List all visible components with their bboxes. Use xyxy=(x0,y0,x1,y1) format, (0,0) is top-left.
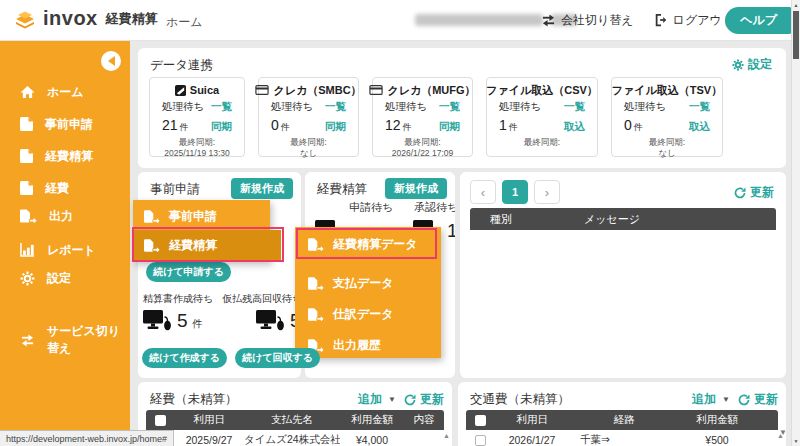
export-flyout-menu: 事前申請 経費精算 xyxy=(133,200,270,262)
pending-label: 処理待ち xyxy=(385,100,427,114)
export-icon xyxy=(144,210,160,223)
add-label: 追加 xyxy=(692,391,716,408)
sidebar-item-expense-settlement[interactable]: 経費精算 xyxy=(0,143,130,169)
sidebar-item-expense[interactable]: 経費 xyxy=(0,175,130,201)
logout-link[interactable]: ログアウト xyxy=(654,12,734,29)
credit-card-icon xyxy=(369,85,383,95)
sync-link[interactable]: 同期 xyxy=(325,120,346,134)
select-all-checkbox[interactable] xyxy=(475,415,486,426)
sidebar-item-report[interactable]: レポート xyxy=(0,237,130,263)
scroll-down-icon[interactable]: ▼ xyxy=(779,428,787,437)
column-date: 利用日 xyxy=(494,413,570,427)
last-sync-label: 最終同期: xyxy=(524,137,560,147)
app-header: invox 経費精算 ホーム 会社切り替え xyxy=(0,0,800,41)
last-sync-value: 2025/11/19 13:30 xyxy=(164,148,230,158)
panel-title: 経費（未精算） xyxy=(150,391,238,408)
card-file-import-csv: ファイル取込（CSV） 処理待ち一覧 1件取込 最終同期: xyxy=(486,77,598,157)
import-link[interactable]: 取込 xyxy=(689,120,710,134)
scrollbar-thumb[interactable] xyxy=(793,11,799,59)
add-link[interactable]: 追加▼ xyxy=(692,391,730,408)
select-all-checkbox[interactable] xyxy=(155,415,166,426)
new-pre-application-button[interactable]: 新規作成 xyxy=(231,178,293,199)
table-row[interactable]: 2026/1/27 千葉⇒ ¥500 xyxy=(466,430,778,446)
scroll-up-icon[interactable]: ▲ xyxy=(443,432,450,439)
sidebar-collapse-button[interactable] xyxy=(101,51,121,71)
sidebar-item-home[interactable]: ホーム xyxy=(0,79,130,105)
last-sync-value: 2026/1/22 17:09 xyxy=(392,148,453,158)
table-row[interactable]: 2025/9/27 タイムズ24株式会社 ¥4,000 xyxy=(146,430,444,446)
company-name-redacted xyxy=(415,14,543,26)
column-type: 種別 xyxy=(490,212,512,227)
sidebar-item-pre-application[interactable]: 事前申請 xyxy=(0,111,130,137)
row-checkbox[interactable] xyxy=(475,435,486,446)
menu-label: 仕訳データ xyxy=(333,306,394,323)
data-link-settings-link[interactable]: 設定 xyxy=(732,56,772,73)
pending-count: 0 xyxy=(624,117,632,133)
sidebar-item-settings[interactable]: 設定 xyxy=(0,265,130,291)
transport-table-refresh-link[interactable]: 更新 xyxy=(738,391,778,408)
invox-home-page: invox 経費精算 ホーム 会社切り替え xyxy=(0,0,800,446)
refresh-label: 更新 xyxy=(754,391,778,408)
list-link[interactable]: 一覧 xyxy=(439,100,460,114)
scrollbar-up-icon[interactable]: ▲ xyxy=(792,2,800,8)
export-icon xyxy=(308,308,324,321)
document-icon xyxy=(20,117,33,131)
menu-label: 経費精算 xyxy=(169,237,217,254)
import-link[interactable]: 取込 xyxy=(564,120,585,134)
continue-collect-button[interactable]: 続けて回収する xyxy=(235,348,320,368)
scrollbar-down-icon[interactable]: ▼ xyxy=(792,438,800,444)
notifications-refresh-link[interactable]: 更新 xyxy=(734,184,774,201)
add-link[interactable]: 追加▼ xyxy=(358,391,396,408)
submenu-item-journal-data[interactable]: 仕訳データ xyxy=(295,299,441,330)
data-link-cards: Suica 処理待ち一覧 21件同期 最終同期:2025/11/19 13:30… xyxy=(149,77,723,157)
sidebar-label: 経費精算 xyxy=(45,148,93,165)
bar-chart-icon xyxy=(20,243,35,257)
document-icon xyxy=(20,181,33,195)
list-link[interactable]: 一覧 xyxy=(325,100,346,114)
panel-title: 事前申請 xyxy=(150,181,200,198)
sidebar-item-service-switch[interactable]: サービス切り替え xyxy=(0,327,130,353)
sidebar-label: ホーム xyxy=(47,84,84,101)
count-unit: 件 xyxy=(509,122,518,132)
page-number-button[interactable]: 1 xyxy=(502,180,528,204)
column-amount: 利用金額 xyxy=(340,413,404,427)
sidebar-label: 設定 xyxy=(47,270,71,287)
page-next-button[interactable]: › xyxy=(534,180,560,204)
sidebar-label: 事前申請 xyxy=(45,116,93,133)
help-button[interactable]: ヘルプ xyxy=(725,7,792,34)
caret-down-icon: ▼ xyxy=(388,395,396,404)
sync-link[interactable]: 同期 xyxy=(439,120,460,134)
page-scrollbar[interactable]: ▲ ▼ xyxy=(791,0,800,446)
last-sync-label: 最終同期: xyxy=(290,137,326,147)
expense-table-refresh-link[interactable]: 更新 xyxy=(404,391,444,408)
count-value: 12 xyxy=(447,221,455,241)
header-nav-home[interactable]: ホーム xyxy=(166,14,203,31)
new-expense-settlement-button[interactable]: 新規作成 xyxy=(385,178,447,199)
card-suica: Suica 処理待ち一覧 21件同期 最終同期:2025/11/19 13:30 xyxy=(149,77,245,157)
sidebar-label: 出力 xyxy=(49,208,73,225)
expense-table: 利用日 支払先名 利用金額 内容 2025/9/27 タイムズ24株式会社 ¥4… xyxy=(146,410,444,446)
continue-create-button[interactable]: 続けて作成する xyxy=(142,348,227,368)
list-link[interactable]: 一覧 xyxy=(211,100,232,114)
sidebar-item-export[interactable]: 出力 xyxy=(0,203,130,229)
list-link[interactable]: 一覧 xyxy=(564,100,585,114)
table-header-row: 利用日 経路 利用金額 xyxy=(466,410,778,430)
notifications-table-header: 種別 メッセージ xyxy=(470,208,776,230)
company-switch-link[interactable]: 会社切り替え xyxy=(541,12,634,29)
cell-date: 2026/1/27 xyxy=(494,434,570,446)
page-prev-button[interactable]: ‹ xyxy=(470,180,496,204)
sidebar: ホーム 事前申請 経費精算 経費 出力 xyxy=(0,40,130,446)
column-payee: 支払先名 xyxy=(244,413,340,427)
submenu-item-payment-data[interactable]: 支払データ xyxy=(295,268,441,299)
settlement-create-wait-label: 精算書作成待ち xyxy=(143,292,213,306)
menu-item-expense-settlement[interactable]: 経費精算 xyxy=(133,231,270,260)
list-link[interactable]: 一覧 xyxy=(689,100,710,114)
continue-apply-button[interactable]: 続けて申請する xyxy=(146,262,231,282)
menu-item-pre-application[interactable]: 事前申請 xyxy=(133,202,270,231)
last-sync-label: 最終同期: xyxy=(404,137,440,147)
app-logo[interactable]: invox 経費精算 xyxy=(13,7,158,30)
table-header-row: 利用日 支払先名 利用金額 内容 xyxy=(146,410,444,430)
header-actions: 会社切り替え ログアウト xyxy=(541,0,734,40)
sync-link[interactable]: 同期 xyxy=(211,120,232,134)
submenu-item-expense-settlement-data[interactable]: 経費精算データ xyxy=(295,229,441,260)
